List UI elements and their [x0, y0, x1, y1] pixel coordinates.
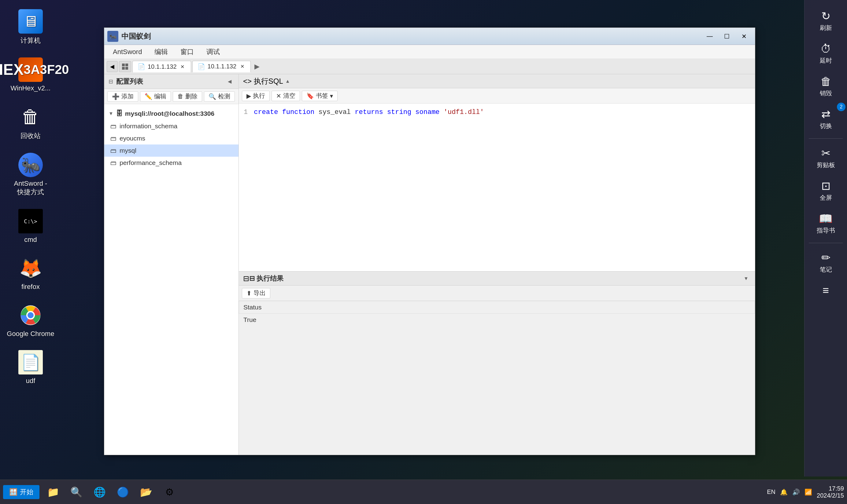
sql-editor[interactable]: 1 create function sys_eval returns strin…	[239, 104, 755, 271]
tab-1[interactable]: 📄 10.1.1.132 ✕	[133, 61, 191, 72]
desktop-icon-winhex[interactable]: HEX3A3F20 WinHex_v2...	[6, 57, 55, 92]
tab-2[interactable]: 📄 10.1.1.132 ✕	[192, 61, 251, 72]
tree-item-performance-schema[interactable]: 🗃 performance_schema	[104, 157, 239, 169]
winhex-label: WinHex_v2...	[11, 84, 51, 92]
kw-string: string	[387, 108, 411, 116]
tree-root-label: mysqli://root@localhost:3306	[125, 110, 214, 117]
start-button[interactable]: 🪟 开始	[3, 485, 39, 499]
recycle-icon: 🗑	[18, 105, 43, 129]
add-icon: ➕	[112, 93, 120, 100]
results-panel-header: ⊟ ⊟ 执行结果 ▼	[239, 272, 755, 286]
desktop-icon-computer[interactable]: 🖥 计算机	[6, 9, 55, 45]
line-number-1: 1	[244, 108, 248, 116]
sidebar-clipboard[interactable]: ✂ 剪贴板	[805, 143, 847, 173]
delay-icon: ⏱	[820, 42, 831, 55]
edit-button[interactable]: ✏️ 编辑	[140, 91, 171, 102]
tab-1-close[interactable]: ✕	[179, 63, 186, 70]
main-content: ⊟ 配置列表 ◀ ➕ 添加 ✏️ 编辑 🗑 删除	[104, 74, 755, 455]
clipboard-label: 剪贴板	[817, 161, 835, 169]
taskbar-ie[interactable]: 🌐	[89, 483, 110, 501]
desktop-icon-firefox[interactable]: 🦊 firefox	[6, 256, 55, 291]
export-button[interactable]: ⬆ 导出	[242, 288, 270, 299]
taskbar-folder[interactable]: 📂	[136, 483, 157, 501]
right-sidebar: ↻ 刷新 ⏱ 延时 🗑 销毁 ⇄ 2 切换 ✂ 剪贴板 ⊡ 全屏 📖 指导书	[804, 0, 847, 476]
sidebar-guide[interactable]: 📖 指导书	[805, 209, 847, 238]
db-icon-4: 🗃	[110, 159, 117, 166]
menu-window[interactable]: 窗口	[175, 46, 200, 58]
tab-2-label: 10.1.1.132	[208, 63, 237, 70]
results-panel-toggle[interactable]: ▼	[742, 274, 751, 283]
add-button[interactable]: ➕ 添加	[107, 91, 138, 102]
switch-label: 切换	[820, 122, 832, 130]
start-icon: 🪟	[9, 488, 17, 496]
cmd-icon: C:\>	[18, 209, 43, 233]
bookmark-button[interactable]: 🔖 书签 ▾	[302, 91, 338, 101]
minimize-button[interactable]: —	[702, 31, 718, 42]
taskbar-filemanager[interactable]: 📁	[42, 483, 64, 501]
desktop-icons: 🖥 计算机 HEX3A3F20 WinHex_v2... 🗑 回收站 🐜 Ant…	[6, 9, 55, 385]
sidebar-delay[interactable]: ⏱ 延时	[805, 39, 847, 68]
execute-button[interactable]: ▶ 执行	[242, 91, 270, 101]
bookmark-icon: 🔖	[306, 92, 314, 100]
tab-2-close[interactable]: ✕	[239, 63, 245, 70]
taskbar-clock: 17:59 2024/2/15	[817, 485, 844, 499]
tab-grid-btn[interactable]	[119, 61, 131, 72]
right-panel: <> 执行SQL ▲ ▶ 执行 ✕ 清空 🔖	[239, 74, 755, 455]
window-titlebar: 🐜 中国蚁剑 — ☐ ✕	[104, 28, 755, 45]
maximize-button[interactable]: ☐	[719, 31, 735, 42]
bookmark-arrow: ▾	[330, 92, 333, 100]
close-button[interactable]: ✕	[736, 31, 752, 42]
clear-button[interactable]: ✕ 清空	[272, 91, 300, 101]
tree-root[interactable]: ▼ 🗄 mysqli://root@localhost:3306	[104, 107, 239, 120]
bookmark-label: 书签	[316, 92, 328, 100]
menu-edit[interactable]: 编辑	[149, 46, 173, 58]
menu-antsword[interactable]: AntSword	[107, 46, 148, 58]
sidebar-notes[interactable]: ✏ 笔记	[805, 248, 847, 277]
sidebar-destroy[interactable]: 🗑 销毁	[805, 71, 847, 101]
udf-label: udf	[26, 377, 35, 385]
left-panel-title: 配置列表	[116, 77, 222, 86]
firefox-icon: 🦊	[18, 256, 43, 281]
menu-debug[interactable]: 调试	[201, 46, 225, 58]
tree-item-label-2: eyoucms	[120, 135, 145, 142]
desktop-icon-chrome[interactable]: Google Chrome	[6, 303, 55, 338]
taskbar-search[interactable]: 🔍	[66, 483, 87, 501]
sidebar-switch[interactable]: ⇄ 2 切换	[805, 104, 847, 134]
clipboard-icon: ✂	[821, 147, 830, 160]
delete-button[interactable]: 🗑 删除	[173, 91, 202, 102]
desktop-icon-antsword[interactable]: 🐜 AntSword -快捷方式	[6, 153, 55, 197]
delete-icon: 🗑	[177, 93, 184, 100]
sql-panel-collapse-button[interactable]: ▲	[283, 77, 292, 86]
computer-icon: 🖥	[18, 9, 43, 34]
tab-nav-back[interactable]: ◀	[107, 61, 118, 72]
clock-time: 17:59	[817, 485, 844, 492]
panel-collapse-button[interactable]: ◀	[225, 77, 234, 86]
destroy-icon: 🗑	[820, 75, 831, 88]
tree-item-label-4: performance_schema	[120, 159, 182, 166]
delete-label: 删除	[185, 92, 197, 101]
taskbar-settings[interactable]: ⚙	[159, 483, 180, 501]
switch-badge: 2	[837, 103, 846, 111]
sidebar-more[interactable]: ≡	[805, 281, 847, 302]
svg-rect-5	[122, 67, 125, 70]
sidebar-fullscreen[interactable]: ⊡ 全屏	[805, 176, 847, 205]
more-icon: ≡	[823, 284, 829, 297]
taskbar-items: 📁 🔍 🌐 🔵 📂 ⚙	[42, 483, 767, 501]
window-title: 中国蚁剑	[121, 32, 702, 41]
delay-label: 延时	[820, 56, 832, 65]
sidebar-refresh[interactable]: ↻ 刷新	[805, 6, 847, 36]
tab-add-button[interactable]: ▶	[252, 61, 262, 72]
tree-item-eyoucms[interactable]: 🗃 eyoucms	[104, 132, 239, 144]
volume-icon: 🔊	[792, 488, 800, 496]
desktop-icon-cmd[interactable]: C:\> cmd	[6, 209, 55, 244]
desktop-icon-udf[interactable]: 📄 udf	[6, 350, 55, 385]
desktop-icon-recycle[interactable]: 🗑 回收站	[6, 105, 55, 141]
svg-point-2	[28, 312, 34, 318]
taskbar-right: EN 🔔 🔊 📶 17:59 2024/2/15	[767, 485, 844, 499]
tree-item-mysql[interactable]: 🗃 mysql	[104, 144, 239, 157]
refresh-icon: ↻	[821, 10, 830, 23]
check-button[interactable]: 🔍 检测	[204, 91, 235, 102]
tree-item-information-schema[interactable]: 🗃 information_schema	[104, 120, 239, 132]
execute-label: 执行	[253, 92, 265, 100]
taskbar-chrome[interactable]: 🔵	[112, 483, 134, 501]
